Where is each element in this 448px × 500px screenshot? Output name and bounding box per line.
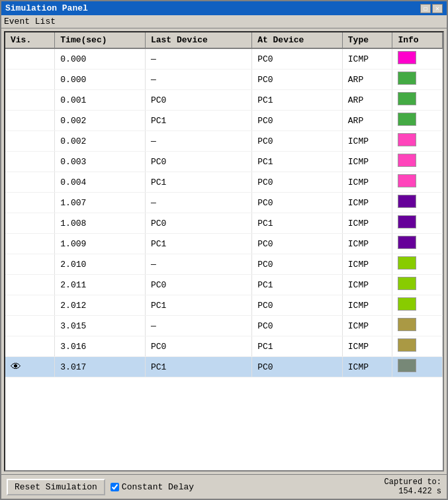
cell-vis: [5, 336, 55, 357]
cell-info: [392, 193, 443, 213]
col-time: Time(sec): [55, 32, 146, 48]
cell-info: [392, 48, 443, 70]
col-info: Info: [392, 32, 443, 48]
cell-info: [392, 70, 443, 90]
cell-type: ICMP: [342, 295, 392, 316]
cell-last-device: —: [145, 131, 251, 152]
table-row[interactable]: 3.015—PC0ICMP: [5, 316, 443, 336]
constant-delay-text: Constant Delay: [122, 482, 194, 492]
col-vis: Vis.: [5, 32, 55, 48]
cell-last-device: —: [145, 193, 251, 213]
cell-info: [392, 131, 443, 152]
cell-last-device: PC0: [145, 336, 251, 357]
info-color-box: [398, 154, 416, 167]
table-row[interactable]: 2.010—PC0ICMP: [5, 254, 443, 275]
table-row[interactable]: 0.002PC1PC0ARP: [5, 111, 443, 131]
window-title: Simulation Panel: [5, 3, 88, 13]
cell-time: 3.016: [55, 336, 146, 357]
cell-time: 2.011: [55, 275, 146, 295]
cell-at-device: PC1: [252, 90, 343, 111]
cell-info: [392, 275, 443, 295]
info-color-box: [398, 113, 416, 126]
event-list-menu[interactable]: Event List: [4, 17, 56, 26]
cell-at-device: PC1: [252, 213, 343, 234]
cell-last-device: PC1: [145, 172, 251, 193]
cell-at-device: PC0: [252, 111, 343, 131]
cell-type: ICMP: [342, 234, 392, 254]
cell-time: 0.000: [55, 48, 146, 70]
captured-line1: Captured to:: [384, 477, 441, 487]
info-color-box: [398, 318, 416, 331]
cell-vis: [5, 254, 55, 275]
table-row[interactable]: 0.000—PC0ICMP: [5, 48, 443, 70]
cell-type: ARP: [342, 111, 392, 131]
cell-vis: [5, 131, 55, 152]
cell-at-device: PC0: [252, 193, 343, 213]
col-at-device: At Device: [252, 32, 343, 48]
constant-delay-label: Constant Delay: [111, 482, 194, 492]
event-list-table-container: Vis. Time(sec) Last Device At Device Typ…: [4, 31, 444, 472]
cell-at-device: PC0: [252, 357, 343, 377]
cell-vis: [5, 213, 55, 234]
cell-last-device: —: [145, 48, 251, 70]
info-color-box: [398, 133, 416, 146]
cell-type: ICMP: [342, 336, 392, 357]
captured-info: Captured to: 154.422 s: [384, 477, 441, 496]
cell-type: ICMP: [342, 193, 392, 213]
cell-at-device: PC0: [252, 172, 343, 193]
title-bar-buttons: ◻ ✕: [420, 4, 443, 13]
cell-at-device: PC0: [252, 254, 343, 275]
cell-info: [392, 254, 443, 275]
captured-line2: 154.422 s: [384, 487, 441, 496]
cell-last-device: PC0: [145, 213, 251, 234]
cell-vis: [5, 316, 55, 336]
cell-info: [392, 152, 443, 172]
cell-info: [392, 213, 443, 234]
table-row[interactable]: 0.002—PC0ICMP: [5, 131, 443, 152]
reset-simulation-button[interactable]: Reset Simulation: [7, 479, 105, 495]
cell-vis: [5, 152, 55, 172]
table-row[interactable]: 2.012PC1PC0ICMP: [5, 295, 443, 316]
info-color-box: [398, 215, 416, 228]
table-row[interactable]: 0.003PC0PC1ICMP: [5, 152, 443, 172]
cell-time: 0.000: [55, 70, 146, 90]
constant-delay-checkbox[interactable]: [111, 483, 119, 491]
cell-type: ICMP: [342, 48, 392, 70]
restore-button[interactable]: ◻: [420, 4, 431, 13]
table-row[interactable]: 3.016PC0PC1ICMP: [5, 336, 443, 357]
cell-time: 0.002: [55, 131, 146, 152]
table-row[interactable]: 1.008PC0PC1ICMP: [5, 213, 443, 234]
cell-at-device: PC0: [252, 234, 343, 254]
cell-vis: 👁: [5, 357, 55, 377]
table-row[interactable]: 1.009PC1PC0ICMP: [5, 234, 443, 254]
table-row[interactable]: 👁3.017PC1PC0ICMP: [5, 357, 443, 377]
cell-vis: [5, 193, 55, 213]
cell-at-device: PC0: [252, 295, 343, 316]
simulation-panel-window: Simulation Panel ◻ ✕ Event List Vis. Tim…: [0, 0, 448, 500]
table-row[interactable]: 0.000—PC0ARP: [5, 70, 443, 90]
cell-last-device: PC0: [145, 90, 251, 111]
cell-last-device: PC0: [145, 152, 251, 172]
table-row[interactable]: 1.007—PC0ICMP: [5, 193, 443, 213]
cell-time: 1.009: [55, 234, 146, 254]
cell-time: 3.017: [55, 357, 146, 377]
cell-time: 1.007: [55, 193, 146, 213]
cell-type: ICMP: [342, 131, 392, 152]
info-color-box: [398, 277, 416, 290]
table-header-row: Vis. Time(sec) Last Device At Device Typ…: [5, 32, 443, 48]
menu-bar: Event List: [1, 15, 447, 28]
cell-vis: [5, 275, 55, 295]
eye-icon: 👁: [11, 362, 21, 374]
info-color-box: [398, 51, 416, 64]
cell-type: ARP: [342, 90, 392, 111]
info-color-box: [398, 359, 416, 372]
table-row[interactable]: 0.001PC0PC1ARP: [5, 90, 443, 111]
table-row[interactable]: 0.004PC1PC0ICMP: [5, 172, 443, 193]
close-button[interactable]: ✕: [432, 4, 443, 13]
cell-last-device: PC1: [145, 357, 251, 377]
title-bar: Simulation Panel ◻ ✕: [1, 1, 447, 15]
cell-type: ICMP: [342, 254, 392, 275]
cell-last-device: —: [145, 70, 251, 90]
cell-at-device: PC1: [252, 152, 343, 172]
table-row[interactable]: 2.011PC0PC1ICMP: [5, 275, 443, 295]
